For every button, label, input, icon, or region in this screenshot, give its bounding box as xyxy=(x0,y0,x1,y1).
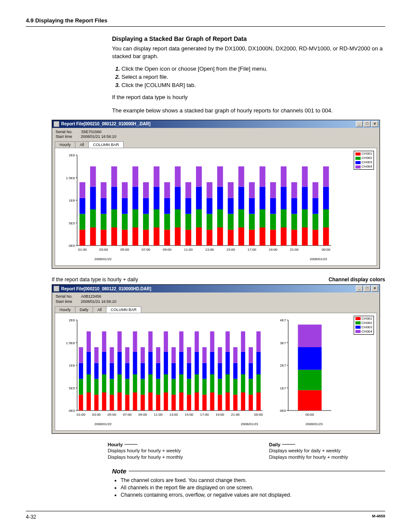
svg-rect-62 xyxy=(207,198,213,214)
report-window-hourly: Report File[000210_080122_010000H_.DAR] … xyxy=(52,120,380,269)
svg-rect-169 xyxy=(140,347,145,363)
svg-rect-170 xyxy=(148,392,153,411)
svg-rect-258 xyxy=(298,347,322,370)
svg-text:05:00: 05:00 xyxy=(108,413,117,417)
legend-item: CH004 xyxy=(355,165,372,169)
svg-text:0E0: 0E0 xyxy=(280,409,286,413)
svg-rect-47 xyxy=(164,182,170,198)
titlebar[interactable]: Report File[000210_080122_010000H_.DAR] … xyxy=(52,120,380,128)
svg-rect-166 xyxy=(140,395,145,411)
legend-swatch xyxy=(355,161,361,164)
legend-swatch xyxy=(355,165,361,168)
svg-rect-44 xyxy=(164,230,170,246)
svg-rect-42 xyxy=(154,187,160,210)
doc-id: M-4659 xyxy=(372,514,385,520)
svg-rect-37 xyxy=(143,214,149,230)
svg-rect-83 xyxy=(259,166,265,187)
svg-text:07:00: 07:00 xyxy=(123,413,132,417)
svg-rect-212 xyxy=(225,352,230,374)
minimize-button[interactable]: _ xyxy=(356,121,363,127)
svg-text:19:00: 19:00 xyxy=(269,248,278,252)
svg-rect-210 xyxy=(225,392,230,411)
svg-rect-98 xyxy=(302,187,308,210)
section-title: Displaying a Stacked Bar Graph of Report… xyxy=(112,35,385,42)
svg-rect-40 xyxy=(154,227,160,246)
svg-text:5E5: 5E5 xyxy=(69,221,75,225)
svg-rect-46 xyxy=(164,198,170,214)
svg-text:09:00: 09:00 xyxy=(138,413,147,417)
legend-item: CH001 xyxy=(355,152,372,156)
svg-rect-140 xyxy=(87,352,91,374)
svg-rect-220 xyxy=(241,352,245,374)
svg-rect-65 xyxy=(217,209,223,227)
svg-rect-103 xyxy=(312,182,318,198)
page-number: 4-32 xyxy=(26,514,36,520)
svg-rect-59 xyxy=(196,166,202,187)
svg-rect-69 xyxy=(228,214,234,230)
tabbar: Hourly Daily All COLUMN BAR xyxy=(52,306,380,313)
svg-rect-256 xyxy=(298,390,322,410)
tab-all[interactable]: All xyxy=(93,306,106,313)
svg-text:2008/01/23: 2008/01/23 xyxy=(310,257,327,261)
svg-rect-214 xyxy=(233,395,237,411)
svg-rect-96 xyxy=(302,227,308,246)
if-hourly-head: If the report data type is hourly xyxy=(112,93,385,101)
note-item: The channel colors are fixed. You cannot… xyxy=(121,477,385,483)
svg-text:4E7: 4E7 xyxy=(280,318,286,322)
svg-rect-192 xyxy=(187,363,191,379)
stacked-bar-chart-hourly-2: 0E05E51E61.5E62E601:0003:0005:0007:0009:… xyxy=(58,316,265,428)
svg-rect-179 xyxy=(164,374,168,392)
minimize-button[interactable]: _ xyxy=(356,286,363,292)
svg-rect-23 xyxy=(101,182,107,198)
svg-rect-205 xyxy=(210,331,215,352)
svg-rect-16 xyxy=(90,227,96,246)
legend-swatch xyxy=(355,317,361,320)
svg-rect-80 xyxy=(259,227,265,246)
svg-rect-32 xyxy=(132,227,138,246)
svg-text:17:00: 17:00 xyxy=(200,413,209,417)
svg-rect-259 xyxy=(298,324,322,347)
svg-text:15:00: 15:00 xyxy=(185,413,194,417)
maximize-button[interactable]: □ xyxy=(364,286,371,292)
svg-rect-149 xyxy=(102,331,106,352)
svg-text:19:00: 19:00 xyxy=(215,413,224,417)
tab-hourly[interactable]: Hourly xyxy=(55,141,75,148)
svg-text:1E6: 1E6 xyxy=(69,199,75,202)
svg-rect-181 xyxy=(164,331,168,352)
titlebar[interactable]: Report File[000210_080122_010000HD.DAR] … xyxy=(52,285,380,292)
svg-rect-54 xyxy=(185,198,191,214)
svg-rect-226 xyxy=(256,392,261,411)
svg-rect-50 xyxy=(175,187,181,210)
svg-text:05:00: 05:00 xyxy=(121,248,130,252)
chart-panel-hourly: 0E05E51E61.5E62E601:0003:0005:0007:0009:… xyxy=(55,148,377,266)
svg-rect-28 xyxy=(122,230,128,246)
svg-text:2008/01/23: 2008/01/23 xyxy=(241,422,258,426)
svg-rect-79 xyxy=(249,182,255,198)
svg-rect-207 xyxy=(218,379,222,395)
svg-rect-30 xyxy=(122,198,128,214)
svg-rect-213 xyxy=(225,331,230,352)
svg-text:07:00: 07:00 xyxy=(142,248,151,252)
svg-rect-163 xyxy=(133,374,137,392)
tab-all[interactable]: All xyxy=(75,141,89,148)
svg-rect-136 xyxy=(79,363,83,379)
maximize-button[interactable]: □ xyxy=(364,121,371,127)
tab-column-bar[interactable]: COLUMN BAR xyxy=(106,306,141,313)
svg-rect-18 xyxy=(90,187,96,210)
svg-rect-34 xyxy=(132,187,138,210)
svg-rect-35 xyxy=(132,166,138,187)
close-button[interactable]: × xyxy=(371,121,378,127)
tab-column-bar[interactable]: COLUMN BAR xyxy=(88,141,124,148)
svg-rect-39 xyxy=(143,182,149,198)
svg-rect-154 xyxy=(118,392,122,411)
tab-hourly[interactable]: Hourly xyxy=(55,306,75,313)
note-block: Note The channel colors are fixed. You c… xyxy=(112,467,385,498)
svg-text:2E6: 2E6 xyxy=(69,318,75,322)
svg-text:1.5E6: 1.5E6 xyxy=(66,341,75,345)
svg-rect-161 xyxy=(125,347,130,363)
svg-rect-22 xyxy=(101,198,107,214)
close-button[interactable]: × xyxy=(371,286,378,292)
svg-rect-190 xyxy=(187,395,191,411)
tab-daily[interactable]: Daily xyxy=(75,306,93,313)
svg-rect-143 xyxy=(94,379,99,395)
